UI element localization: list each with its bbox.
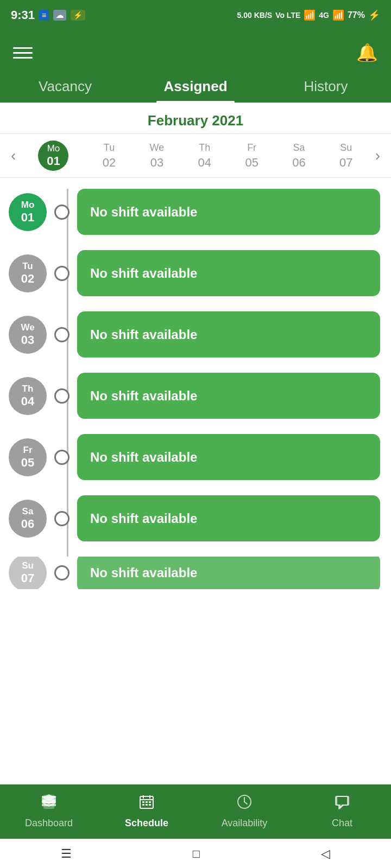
nav-chat-label: Chat	[332, 818, 352, 829]
month-header: February 2021	[0, 103, 391, 134]
day-bubble-we: We 03	[9, 316, 47, 354]
nav-availability-label: Availability	[222, 818, 268, 829]
status-battery-icon: ⚡	[368, 9, 380, 21]
prev-week-arrow[interactable]: ‹	[5, 147, 21, 164]
nav-schedule-label: Schedule	[125, 818, 168, 829]
tab-vacancy[interactable]: Vacancy	[0, 69, 130, 103]
month-label: February 2021	[148, 112, 243, 129]
svg-line-22	[244, 802, 247, 804]
chat-icon	[333, 793, 351, 814]
status-signal-icon: 📶	[304, 9, 316, 21]
week-nav: ‹ Mo 01 Tu 02 We 03 Th 04 Fr	[0, 134, 391, 178]
status-lte: Vo LTE	[275, 11, 300, 20]
schedule-row-mo: Mo 01 No shift available	[9, 189, 380, 235]
notification-bell[interactable]: 🔔	[356, 42, 378, 63]
shift-card-mo[interactable]: No shift available	[77, 189, 380, 235]
day-number-fr: 05	[21, 456, 34, 470]
day-number-tu: 02	[21, 272, 34, 286]
day-number-we: 03	[21, 333, 34, 347]
android-home-icon[interactable]: □	[193, 847, 200, 861]
android-menu-icon[interactable]: ☰	[61, 847, 72, 861]
timeline-line-th	[67, 373, 68, 434]
shift-text-th: No shift available	[90, 388, 197, 404]
day-bubble-sa: Sa 06	[9, 500, 47, 538]
weekday-th-name: Th	[199, 142, 210, 154]
timeline-line-tu	[67, 250, 68, 311]
schedule-row-fr: Fr 05 No shift available	[9, 434, 380, 480]
shift-text-tu: No shift available	[90, 266, 197, 281]
svg-rect-19	[149, 804, 151, 806]
tab-history[interactable]: History	[261, 69, 391, 103]
svg-rect-14	[142, 801, 144, 803]
weekday-th[interactable]: Th 04	[198, 142, 211, 170]
nav-schedule[interactable]: Schedule	[119, 793, 174, 829]
next-week-arrow[interactable]: ›	[370, 147, 386, 164]
weekday-mo[interactable]: Mo 01	[38, 141, 68, 171]
day-abbr-tu: Tu	[22, 261, 33, 272]
day-abbr-fr: Fr	[23, 445, 33, 456]
timeline-line-sa	[67, 495, 68, 557]
status-battery: 77%	[348, 10, 365, 20]
day-number-th: 04	[21, 394, 34, 409]
shift-text-mo: No shift available	[90, 205, 197, 220]
weekday-fr[interactable]: Fr 05	[245, 142, 258, 170]
week-days: Mo 01 Tu 02 We 03 Th 04 Fr 05 Sa	[21, 141, 369, 171]
status-4g-bars: 📶	[332, 9, 344, 21]
weekday-su[interactable]: Su 07	[339, 142, 352, 170]
shift-card-tu[interactable]: No shift available	[77, 250, 380, 296]
nav-availability[interactable]: Availability	[217, 793, 272, 829]
svg-rect-16	[149, 801, 151, 803]
timeline-dot-we	[54, 327, 70, 342]
schedule-row-su-partial: Su 07 No shift available	[9, 557, 380, 589]
weekday-tu-name: Tu	[104, 142, 115, 154]
day-abbr-mo: Mo	[21, 200, 35, 210]
shift-text-fr: No shift available	[90, 450, 197, 465]
weekday-sa[interactable]: Sa 06	[292, 142, 305, 170]
dashboard-icon	[40, 793, 58, 814]
weekday-su-name: Su	[340, 142, 352, 154]
app-header: 🔔	[0, 30, 391, 69]
nav-dashboard-label: Dashboard	[25, 818, 73, 829]
shift-card-sa[interactable]: No shift available	[77, 495, 380, 541]
day-bubble-tu: Tu 02	[9, 254, 47, 292]
android-nav-bar: ☰ □ ◁	[0, 839, 391, 868]
weekday-we-num: 03	[150, 156, 163, 170]
day-bubble-fr: Fr 05	[9, 438, 47, 476]
svg-rect-18	[146, 804, 148, 806]
timeline-dot-mo	[54, 205, 70, 220]
shift-card-th[interactable]: No shift available	[77, 373, 380, 419]
shift-card-fr[interactable]: No shift available	[77, 434, 380, 480]
weekday-mo-name: Mo	[47, 143, 60, 154]
status-right: 5.00 KB/S Vo LTE 📶 4G 📶 77% ⚡	[237, 9, 380, 21]
weekday-fr-num: 05	[245, 156, 258, 170]
bottom-nav: Dashboard Schedule	[0, 784, 391, 839]
weekday-su-num: 07	[339, 156, 352, 170]
nav-chat[interactable]: Chat	[315, 793, 369, 829]
timeline-dot-sa	[54, 511, 70, 526]
tab-assigned[interactable]: Assigned	[130, 69, 261, 103]
timeline-line-fr	[67, 434, 68, 495]
timeline-dot-su	[54, 565, 70, 580]
day-number-mo: 01	[21, 210, 34, 225]
timeline-dot-tu	[54, 266, 70, 281]
nav-dashboard[interactable]: Dashboard	[22, 793, 76, 829]
weekday-th-num: 04	[198, 156, 211, 170]
weekday-we-name: We	[150, 142, 165, 154]
status-bar: 9:31 ≡ ☁ ⚡ 5.00 KB/S Vo LTE 📶 4G 📶 77% ⚡	[0, 0, 391, 30]
day-bubble-su: Su 07	[9, 557, 47, 589]
schedule-row-th: Th 04 No shift available	[9, 373, 380, 419]
day-abbr-we: We	[21, 322, 34, 333]
hamburger-menu[interactable]	[13, 47, 33, 59]
day-abbr-th: Th	[22, 384, 34, 394]
status-icon-sim: ≡	[39, 10, 49, 21]
android-back-icon[interactable]: ◁	[321, 847, 330, 861]
shift-text-we: No shift available	[90, 327, 197, 342]
weekday-we[interactable]: We 03	[150, 142, 165, 170]
weekday-tu-num: 02	[103, 156, 116, 170]
shift-card-we[interactable]: No shift available	[77, 311, 380, 358]
weekday-fr-name: Fr	[247, 142, 256, 154]
schedule-row-tu: Tu 02 No shift available	[9, 250, 380, 296]
status-icon-cloud: ☁	[53, 10, 66, 21]
shift-card-su[interactable]: No shift available	[77, 557, 380, 589]
weekday-tu[interactable]: Tu 02	[103, 142, 116, 170]
